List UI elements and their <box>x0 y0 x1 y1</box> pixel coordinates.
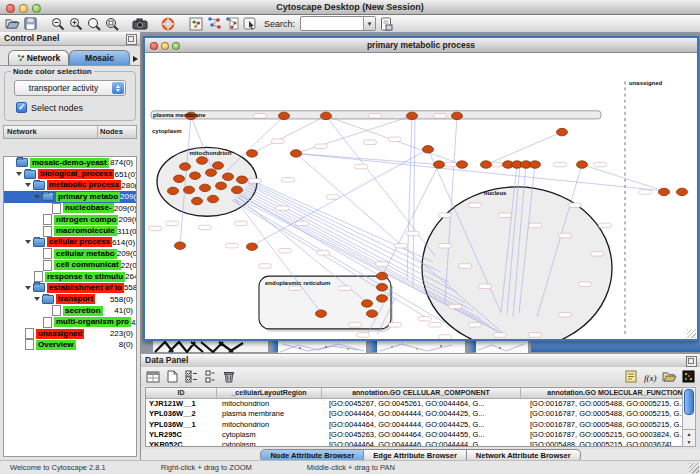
tree-row[interactable]: multi-organism pro42(0) <box>4 316 136 327</box>
graph-edge[interactable] <box>248 179 433 262</box>
graph-node[interactable] <box>232 186 243 194</box>
graph-node[interactable] <box>557 128 568 136</box>
scrollbar-thumb[interactable] <box>684 389 694 415</box>
expand-twisty-icon[interactable] <box>34 195 40 199</box>
network-overview-icon[interactable] <box>188 16 204 31</box>
import-attributes-icon[interactable] <box>661 369 677 384</box>
tree-row[interactable]: cellular process614(0) <box>4 237 136 248</box>
close-button[interactable] <box>150 42 158 50</box>
app-resize-grip[interactable] <box>689 463 699 473</box>
matrix-icon[interactable] <box>680 369 696 384</box>
graph-node[interactable] <box>367 310 378 318</box>
tree-row[interactable]: transport558(0) <box>4 294 136 305</box>
zoom-fit-icon[interactable] <box>86 16 102 31</box>
tab-network[interactable]: Network <box>8 50 69 65</box>
graph-node[interactable] <box>457 161 468 169</box>
column-header[interactable]: annotation.GO CELLULAR_COMPONENT <box>322 388 521 398</box>
graph-node[interactable] <box>237 176 248 184</box>
float-panel-icon[interactable] <box>126 34 137 45</box>
zoom-in-icon[interactable] <box>68 16 84 31</box>
tree-row[interactable]: establishment of lo558(0) <box>4 282 136 293</box>
graph-node[interactable] <box>184 186 195 194</box>
tree-row[interactable]: nucleobase-209(0) <box>4 203 136 214</box>
graph-node[interactable] <box>321 112 332 120</box>
tab-overflow-arrow-icon[interactable] <box>133 56 138 62</box>
graph-node[interactable] <box>407 112 418 120</box>
graph-node[interactable] <box>434 161 445 169</box>
unselect-attributes-icon[interactable] <box>202 369 218 384</box>
graph-node[interactable] <box>279 112 290 120</box>
graph-node[interactable] <box>481 161 492 169</box>
graph-node[interactable] <box>206 169 217 177</box>
search-input[interactable] <box>301 18 363 29</box>
search-dropdown-button[interactable]: ▼ <box>363 17 375 30</box>
expand-twisty-icon[interactable] <box>25 286 31 290</box>
expand-twisty-icon[interactable] <box>16 172 22 176</box>
tree-row[interactable]: response to stimulu264(0) <box>4 271 136 282</box>
snapshot-camera-icon[interactable] <box>132 16 148 31</box>
tree-row[interactable]: mosaic-demo-yeast874(0) <box>4 157 136 168</box>
tree-row[interactable]: unassigned223(0) <box>4 328 136 339</box>
layout-colored-2-icon[interactable] <box>224 16 240 31</box>
graph-node[interactable] <box>247 150 258 158</box>
select-attributes-icon[interactable] <box>183 369 199 384</box>
graph-node[interactable] <box>377 284 388 292</box>
graph-node[interactable] <box>452 112 463 120</box>
minimize-button[interactable] <box>161 42 169 50</box>
scrollbar-arrows[interactable]: ▲▼ <box>683 429 695 446</box>
graph-node[interactable] <box>677 188 688 196</box>
graph-node[interactable] <box>377 272 388 280</box>
table-row[interactable]: YKR052Ccytoplasm[GO:0044464, GO:0044446,… <box>146 440 682 447</box>
network-canvas[interactable]: plasma membranecytoplasmmitochondrionnuc… <box>145 53 697 339</box>
background-window-fragment[interactable] <box>377 339 465 353</box>
expand-twisty-icon[interactable] <box>25 183 31 187</box>
column-header[interactable]: ID <box>146 388 217 398</box>
tree-row[interactable]: cell communicat22(0) <box>4 260 136 271</box>
float-panel-icon[interactable] <box>686 356 697 367</box>
graph-node[interactable] <box>316 310 327 318</box>
graph-edge[interactable] <box>413 116 415 286</box>
network-graph[interactable]: plasma membranecytoplasmmitochondrionnuc… <box>145 53 697 339</box>
zoom-selected-icon[interactable] <box>104 16 120 31</box>
table-row[interactable]: YPL036W__2plasma membrane[GO:0044464, GO… <box>146 409 682 419</box>
graph-node[interactable] <box>213 162 224 170</box>
function-builder-icon[interactable]: f(x) <box>642 369 658 384</box>
save-icon[interactable] <box>22 16 38 31</box>
graph-node[interactable] <box>377 295 388 303</box>
tree-row[interactable]: metabolic process280(0) <box>4 180 136 191</box>
node-color-select[interactable]: transporter activity <box>14 80 126 96</box>
graph-node[interactable] <box>577 161 588 169</box>
background-window-fragment[interactable] <box>278 339 366 353</box>
graph-edge[interactable] <box>296 116 412 154</box>
graph-node[interactable] <box>659 188 670 196</box>
attribute-table-icon[interactable] <box>145 369 161 384</box>
graph-node[interactable] <box>216 182 227 190</box>
tree-row[interactable]: biological_process651(0) <box>4 168 136 179</box>
table-scrollbar[interactable]: ▲▼ <box>682 387 696 447</box>
graph-node[interactable] <box>223 173 234 181</box>
graph-node[interactable] <box>168 187 179 195</box>
graph-node[interactable] <box>190 172 201 180</box>
notes-icon[interactable] <box>623 369 639 384</box>
graph-edge[interactable] <box>296 153 664 191</box>
tree-row[interactable]: secretion41(0) <box>4 305 136 316</box>
expand-twisty-icon[interactable] <box>34 297 40 301</box>
new-attribute-icon[interactable] <box>164 369 180 384</box>
column-header[interactable]: _cellularLayoutRegion <box>217 388 322 398</box>
tree-row[interactable]: Overview8(0) <box>4 339 136 350</box>
tree-column-network[interactable]: Network <box>4 126 98 138</box>
tab-mosaic[interactable]: Mosaic <box>69 50 130 65</box>
graph-node[interactable] <box>174 175 185 183</box>
tree-row[interactable]: nitrogen compo209(0) <box>4 214 136 225</box>
table-row[interactable]: YPL036W__1mitochondrion[GO:0044464, GO:0… <box>146 420 682 430</box>
graph-node[interactable] <box>208 195 219 203</box>
graph-node[interactable] <box>247 243 258 251</box>
graph-node[interactable] <box>200 184 211 192</box>
tree-row[interactable]: macromolecule311(0) <box>4 225 136 236</box>
minimize-button[interactable] <box>19 4 28 13</box>
column-header[interactable]: annotation.GO MOLECULAR_FUNCTION <box>521 388 683 398</box>
zoom-out-icon[interactable] <box>50 16 66 31</box>
window-resize-grip[interactable] <box>687 329 696 338</box>
tree-row[interactable]: cellular metabo209(0) <box>4 248 136 259</box>
layout-colored-1-icon[interactable] <box>206 16 222 31</box>
